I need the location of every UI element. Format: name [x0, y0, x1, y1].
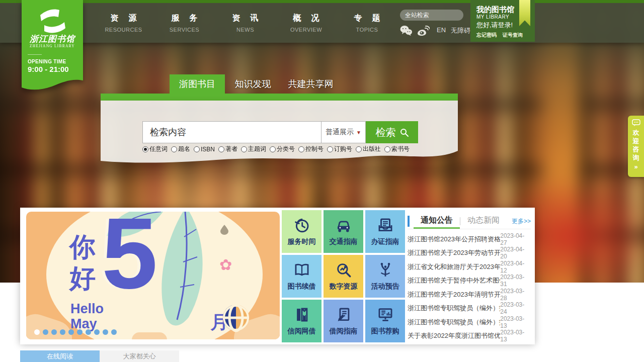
- mylib-title: 我的图书馆: [476, 5, 514, 15]
- search-field-radio-isbn[interactable]: ISBN: [194, 146, 215, 153]
- tab-everyone-cares[interactable]: 大家都关心: [100, 350, 179, 362]
- tile-event-preview[interactable]: 活动预告: [365, 255, 405, 298]
- nav-label-en: RESOURCES: [93, 27, 154, 33]
- monitor-book-icon: [377, 306, 394, 323]
- blue-accent-bar: [408, 216, 410, 227]
- mylib-subtitle: MY LIBRARY: [476, 14, 509, 20]
- carousel-dot[interactable]: [43, 329, 48, 335]
- carousel-dot[interactable]: [86, 329, 91, 335]
- hero-green-bar: [101, 94, 458, 101]
- carousel-dot[interactable]: [103, 329, 108, 335]
- search-field-radio-subject[interactable]: 主题词: [241, 145, 266, 153]
- tile-card-guide[interactable]: 办证指南: [365, 210, 405, 253]
- news-list: 浙江图书馆2023年公开招聘资格审2023-04-27 浙江图书馆关于2023年…: [408, 232, 531, 343]
- banner-hello: Hello: [70, 301, 104, 317]
- news-item[interactable]: 浙江省文化和旅游厅关于2023年部2023-04-12: [408, 260, 531, 274]
- carousel-dot[interactable]: [60, 329, 65, 335]
- library-logo[interactable]: 浙江图书馆 ZHEJIANG LIBRARY OPENING TIME 9:00…: [22, 0, 83, 92]
- nav-item-resources[interactable]: 资源 RESOURCES: [93, 3, 154, 43]
- chevron-right-icon: »: [634, 163, 637, 170]
- news-item[interactable]: 浙江图书馆专职驾驶员（编外）招2023-03-24: [408, 302, 531, 316]
- carousel-dot[interactable]: [111, 329, 117, 335]
- news-item[interactable]: 浙江图书馆专职驾驶员（编外）招2023-03-13: [408, 315, 531, 329]
- nav-item-services[interactable]: 服务 SERVICES: [154, 3, 215, 43]
- news-item[interactable]: 浙江图书馆2023年公开招聘资格审2023-04-27: [408, 232, 531, 246]
- search-field-radio-classno[interactable]: 分类号: [270, 145, 295, 153]
- login-link[interactable]: 您好,请登录!: [476, 21, 513, 30]
- banner-number: 5: [102, 212, 157, 311]
- news-item[interactable]: 浙江图书馆关于2023年劳动节开放2023-04-20: [408, 246, 531, 260]
- radio-icon: [356, 146, 362, 152]
- tile-service-hours[interactable]: 服务时间: [282, 210, 321, 253]
- carousel-dot[interactable]: [68, 329, 74, 335]
- tab-notices[interactable]: 通知公告: [414, 214, 460, 229]
- opening-time-label: OPENING TIME: [28, 59, 66, 64]
- search-field-radio-title[interactable]: 题名: [171, 145, 190, 153]
- tab-shared-network[interactable]: 共建共享网: [282, 74, 340, 94]
- tile-borrowing-guide[interactable]: 借阅指南: [324, 300, 363, 342]
- news-item[interactable]: 浙江图书馆关于暂停中外艺术图像2023-03-31: [408, 274, 531, 288]
- bottom-tabs: 在线阅读 大家都关心: [20, 350, 179, 362]
- nav-item-overview[interactable]: 概况 OVERVIEW: [276, 3, 337, 43]
- logo-ribbon-wave: [22, 76, 83, 92]
- carousel-dot[interactable]: [94, 329, 100, 335]
- radio-icon: [270, 146, 276, 152]
- search-field-radio-orderno[interactable]: 订购号: [327, 145, 352, 153]
- tile-traffic-guide[interactable]: 交通指南: [324, 210, 363, 253]
- accessibility-link[interactable]: 无障碍: [451, 26, 470, 35]
- tile-book-renewal[interactable]: 图书续借: [282, 255, 321, 298]
- radio-icon: [171, 146, 177, 152]
- bookmark-ribbon-icon: [519, 0, 530, 26]
- search-field-radio-publisher[interactable]: 出版社: [356, 145, 381, 153]
- tab-zhetu-catalog[interactable]: 浙图书目: [170, 74, 225, 94]
- more-link[interactable]: 更多>>: [512, 217, 531, 226]
- nav-label-zh: 资讯: [215, 13, 286, 24]
- document-pen-icon: [335, 306, 352, 323]
- carousel-dot[interactable]: [34, 329, 40, 335]
- service-tiles: 服务时间 交通指南 办证指南: [282, 210, 406, 342]
- online-consult-widget[interactable]: 欢迎咨询 »: [628, 116, 644, 177]
- nav-item-news[interactable]: 资讯 NEWS: [215, 3, 276, 43]
- main-nav: 资源 RESOURCES 服务 SERVICES 资讯 NEWS 概况 OVER…: [93, 3, 397, 43]
- card-number-query-link[interactable]: 证号查询: [503, 32, 523, 39]
- language-toggle[interactable]: EN: [437, 26, 446, 34]
- tab-dynamic-news[interactable]: 动态新闻: [460, 214, 507, 229]
- wechat-icon[interactable]: [399, 25, 413, 36]
- nav-label-en: SERVICES: [154, 27, 215, 33]
- magnifier-icon: [400, 128, 409, 137]
- carousel-banner[interactable]: ✿ ✿ 你 好 5 月 Hello May: [26, 212, 280, 339]
- search-field-radio-callno[interactable]: 索书号: [384, 145, 410, 153]
- site-search-input[interactable]: [400, 10, 463, 21]
- nav-label-en: TOPICS: [337, 27, 397, 33]
- radio-icon: [384, 146, 390, 152]
- search-button[interactable]: 检索: [366, 121, 418, 143]
- search-field-radio-anyword[interactable]: 任意词: [142, 145, 168, 153]
- weibo-icon[interactable]: [417, 25, 430, 36]
- globe-icon: [221, 303, 251, 332]
- tab-online-reading[interactable]: 在线阅读: [20, 350, 100, 362]
- open-book-logo-icon: [36, 8, 68, 35]
- clock-history-icon: [293, 217, 310, 234]
- carousel-dot[interactable]: [77, 329, 83, 335]
- radio-icon: [241, 146, 247, 152]
- news-item[interactable]: 浙江图书馆关于2023年清明节开放2023-03-28: [408, 288, 531, 302]
- catalog-search-panel: 普通展示 ▼ 检索 任意词 题名 ISBN 著者 主题词 分类号 控制号 订购号…: [101, 101, 458, 167]
- display-mode-dropdown[interactable]: 普通展示 ▼: [321, 121, 366, 143]
- nav-label-zh: 专题: [337, 13, 408, 24]
- tab-knowledge-discovery[interactable]: 知识发现: [229, 74, 277, 94]
- tile-book-recommendation[interactable]: 图书荐购: [365, 300, 405, 342]
- radio-icon: [298, 146, 304, 152]
- nav-item-topics[interactable]: 专题 TOPICS: [337, 3, 397, 43]
- news-item[interactable]: 关于表彰2022年度浙江图书馆优秀2023-03-13: [408, 329, 531, 343]
- search-field-radio-author[interactable]: 著者: [218, 145, 237, 153]
- logo-title-en: ZHEJIANG LIBRARY: [22, 44, 83, 48]
- banner-char: 好: [69, 261, 96, 296]
- carousel-dot[interactable]: [51, 329, 57, 335]
- tile-xinyue-lending[interactable]: 信阅网借: [282, 300, 321, 342]
- opening-time-hours: 9:00 - 21:00: [28, 65, 69, 73]
- open-book-icon: [293, 261, 310, 279]
- tile-digital-resources[interactable]: 数字资源: [324, 255, 363, 298]
- search-field-radio-controlno[interactable]: 控制号: [298, 145, 324, 153]
- forgot-password-link[interactable]: 忘记密码: [476, 32, 497, 39]
- catalog-search-input[interactable]: [142, 121, 321, 143]
